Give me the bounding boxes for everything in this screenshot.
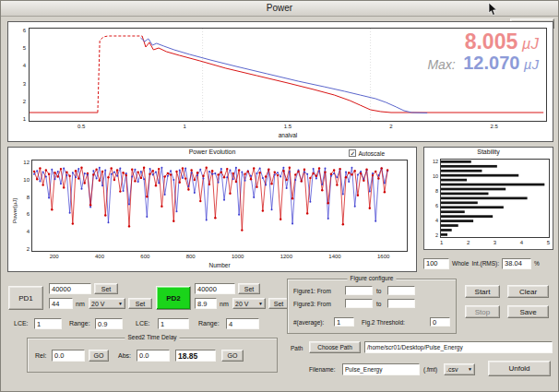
clear-button[interactable]: Clear <box>507 285 549 298</box>
range2-label: Range: <box>198 320 220 327</box>
tick-label: 6 <box>27 211 30 217</box>
tick-label: 5 <box>23 45 26 51</box>
pd1-button[interactable]: PD1 <box>8 286 43 310</box>
seed2-time-delay-panel: Seed2 Time Delay Rel: 0.0 GO Abs: 0.0 18… <box>27 338 278 373</box>
figure3-from-field[interactable] <box>345 299 373 308</box>
tick-label: 1400 <box>328 254 340 259</box>
pd1-wavelength-field[interactable]: 44 <box>49 298 73 309</box>
lce2-label: LCE: <box>136 320 150 327</box>
main-plot-area: 8.005 µJ Max: 12.070 µJ <box>29 28 547 122</box>
lce1-field[interactable]: 1 <box>34 318 62 329</box>
autoscale-label: Autoscale <box>358 150 385 157</box>
power-evolution-plot: Power Evolution ✓ Autoscale Power[µJ] 12… <box>7 147 417 272</box>
threshold-field[interactable]: 0 <box>430 317 450 327</box>
filename-field[interactable]: Pulse_Energy <box>342 363 420 375</box>
range2-field[interactable]: 4 <box>226 318 259 329</box>
figure1-from-field[interactable] <box>345 286 373 295</box>
max-energy-value: 12.070 <box>463 53 519 73</box>
start-button[interactable]: Start <box>465 285 500 298</box>
pd1-gain-set-button[interactable]: Set <box>94 283 118 294</box>
tick-label: 1 <box>440 240 443 245</box>
tick-label: 4 <box>435 218 438 223</box>
tick-label: 2.5 <box>491 124 498 131</box>
window-title: Power <box>1 1 558 16</box>
lce2-field[interactable]: 1 <box>158 318 189 329</box>
figure1-to-field[interactable] <box>387 286 415 295</box>
current-energy-unit: µJ <box>522 35 539 53</box>
stability-plot-area <box>440 159 550 238</box>
pd2-voltage-set-button[interactable]: Set <box>268 298 289 309</box>
tick-label: 0.5 <box>77 124 85 131</box>
rms-value-field[interactable]: 38.04 <box>502 258 531 269</box>
tick-label: 8 <box>435 188 438 194</box>
pd2-nm-label: nm <box>220 301 229 307</box>
stats-row: 100 Whole Int.(RMS): 38.04 % <box>423 256 556 270</box>
chevron-down-icon: ▼ <box>118 302 123 306</box>
max-energy-unit: µJ <box>524 56 539 72</box>
app-window: Power Autoalign 654321 8.005 µJ Max: 12.… <box>0 0 559 392</box>
seed2-panel-title: Seed2 Time Delay <box>125 334 179 340</box>
mouse-cursor-icon <box>488 3 499 17</box>
pd1-gain-field[interactable]: 40000 <box>49 283 91 294</box>
path-label: Path <box>291 345 303 351</box>
rel-go-button[interactable]: GO <box>89 350 109 362</box>
save-button[interactable]: Save <box>507 305 549 318</box>
max-energy: Max: 12.070 µJ <box>427 53 539 74</box>
tick-label: 4 <box>23 63 26 68</box>
average-field[interactable]: 1 <box>334 317 354 327</box>
figure1-to-label: to <box>376 288 381 294</box>
tick-label: 1000 <box>232 254 244 259</box>
range1-field[interactable]: 0.9 <box>95 318 123 329</box>
rel-delay-field[interactable]: 0.0 <box>52 350 85 362</box>
tick-label: 2 <box>389 124 392 131</box>
tick-label: 8 <box>27 195 30 200</box>
figure1-from-label: Figure1: From <box>293 288 331 294</box>
pd2-gain-field[interactable]: 40000 <box>195 283 235 294</box>
whole-count-field[interactable]: 100 <box>423 258 449 269</box>
evolution-y-label: Power[µJ] <box>12 198 18 223</box>
path-field[interactable]: /home/scr01/Desktop/Pulse_Energy <box>364 341 553 353</box>
abs-go-button[interactable]: GO <box>221 350 244 362</box>
pd2-voltage-value: 20 V <box>235 301 248 307</box>
pd2-wavelength-field[interactable]: 8.9 <box>195 298 217 309</box>
abs-delay-field[interactable]: 0.0 <box>137 350 170 362</box>
tick-label: 10 <box>433 173 438 179</box>
tick-label: 4 <box>27 229 30 234</box>
tick-label: 1600 <box>377 254 389 259</box>
evolution-x-axis-ticks: 2004006008001000120014001600 <box>31 254 408 259</box>
main-plot-x-axis-ticks: 0.511.522.5 <box>29 124 547 131</box>
evolution-y-axis-ticks: 12108642 <box>20 160 30 252</box>
threshold-label: Fig.2 Threshold: <box>362 319 405 326</box>
tick-label: 1 <box>23 116 26 122</box>
abs-label: Abs: <box>118 352 131 359</box>
main-power-plot: 654321 8.005 µJ Max: 12.070 µJ 0.511.522… <box>7 21 553 142</box>
tick-label: 400 <box>95 254 104 259</box>
stop-button[interactable]: Stop <box>465 305 500 318</box>
percent-label: % <box>534 260 540 267</box>
chevron-down-icon: ▼ <box>468 367 472 372</box>
main-plot-y-axis-ticks: 654321 <box>12 28 26 122</box>
autoscale-checkbox-row[interactable]: ✓ Autoscale <box>349 149 385 157</box>
stability-title: Stability <box>424 148 553 155</box>
tick-label: 6 <box>23 28 26 33</box>
tick-label: 2 <box>435 232 438 238</box>
window-titlebar[interactable]: Power <box>1 1 558 17</box>
pd1-voltage-set-button[interactable]: Set <box>128 298 152 309</box>
evolution-plot-canvas <box>32 160 407 251</box>
choose-path-button[interactable]: Choose Path <box>309 341 361 353</box>
main-plot-x-label: analval <box>29 132 547 138</box>
tick-label: 12 <box>23 160 30 165</box>
chevron-down-icon: ▼ <box>258 302 263 306</box>
tick-label: 1200 <box>280 254 292 259</box>
stability-plot: Stability 12108642 12345 <box>423 147 553 250</box>
pd2-gain-set-button[interactable]: Set <box>238 283 260 294</box>
format-select[interactable]: .csv ▼ <box>444 363 475 375</box>
autoscale-checkbox[interactable]: ✓ <box>349 149 356 157</box>
tick-label: 3 <box>494 240 496 245</box>
pd2-voltage-select[interactable]: 20 V ▼ <box>232 298 266 309</box>
stability-x-axis-ticks: 12345 <box>440 240 550 245</box>
pd1-voltage-select[interactable]: 20 V ▼ <box>89 298 125 309</box>
pd2-button[interactable]: PD2 <box>156 286 191 310</box>
unfold-button[interactable]: Unfold <box>488 361 551 376</box>
figure3-to-field[interactable] <box>387 299 415 308</box>
